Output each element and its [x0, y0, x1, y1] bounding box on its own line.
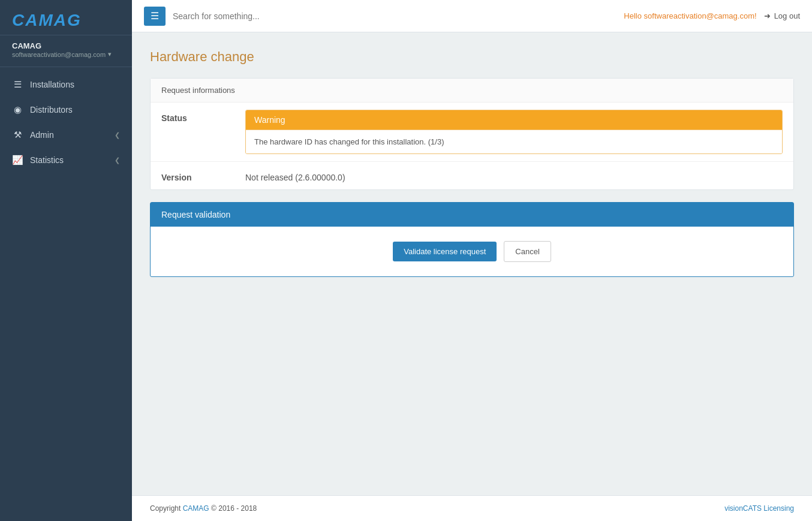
warning-box: Warning The hardware ID has changed for …: [245, 110, 783, 154]
validation-body: Validate license request Cancel: [151, 227, 793, 276]
sidebar-item-label: Admin: [30, 130, 54, 140]
request-validation-card: Request validation Validate license requ…: [150, 202, 794, 277]
sidebar-item-label: Distributors: [30, 105, 73, 115]
footer: Copyright CAMAG © 2016 - 2018 visionCATS…: [132, 495, 812, 521]
topbar-greeting: Hello softwareactivation@camag.com!: [624, 11, 756, 20]
logo-text: CAMAG: [12, 11, 82, 30]
distributors-icon: ◉: [12, 104, 23, 115]
chart-icon: 📈: [12, 155, 23, 165]
installations-icon: ☰: [12, 79, 23, 90]
hamburger-icon: ☰: [151, 10, 159, 22]
version-label: Version: [161, 169, 245, 182]
chevron-icon: ❮: [115, 156, 120, 164]
logout-button[interactable]: ➜ Log out: [764, 11, 800, 20]
status-row: Status Warning The hardware ID has chang…: [151, 103, 793, 162]
sidebar: CAMAG CAMAG softwareactivation@camag.com…: [0, 0, 132, 521]
sidebar-item-admin[interactable]: ⚒ Admin ❮: [0, 122, 132, 147]
warning-header: Warning: [246, 110, 782, 130]
sidebar-item-label: Statistics: [30, 155, 64, 165]
menu-toggle-button[interactable]: ☰: [144, 7, 166, 26]
validation-header: Request validation: [151, 203, 793, 227]
request-info-card: Request informations Status Warning The …: [150, 78, 794, 190]
sidebar-item-distributors[interactable]: ◉ Distributors: [0, 97, 132, 122]
warning-body: The hardware ID has changed for this ins…: [246, 130, 782, 153]
chevron-down-icon: ▾: [108, 50, 112, 58]
page-title: Hardware change: [150, 49, 794, 65]
wrench-icon: ⚒: [12, 130, 23, 140]
topbar: ☰ Hello softwareactivation@camag.com! ➜ …: [132, 0, 812, 32]
search-input[interactable]: [173, 11, 616, 21]
sidebar-nav: ☰ Installations ◉ Distributors ⚒ Admin ❮: [0, 67, 132, 521]
sidebar-user-name: CAMAG: [12, 41, 120, 50]
content-area: Hardware change Request informations Sta…: [132, 32, 812, 495]
chevron-icon: ❮: [115, 131, 120, 139]
version-value: Not released (2.6.00000.0): [245, 169, 345, 182]
status-label: Status: [161, 110, 245, 123]
version-row: Version Not released (2.6.00000.0): [151, 162, 793, 189]
footer-product: visionCATS Licensing: [724, 504, 794, 513]
sidebar-user-email[interactable]: softwareactivation@camag.com ▾: [12, 50, 120, 58]
footer-brand: CAMAG: [183, 504, 209, 513]
main-content: ☰ Hello softwareactivation@camag.com! ➜ …: [132, 0, 812, 521]
sidebar-item-statistics[interactable]: 📈 Statistics ❮: [0, 147, 132, 173]
request-info-title: Request informations: [151, 79, 793, 103]
cancel-button[interactable]: Cancel: [504, 241, 551, 262]
sidebar-item-label: Installations: [30, 80, 74, 89]
footer-copyright: Copyright CAMAG © 2016 - 2018: [150, 504, 257, 513]
sidebar-logo: CAMAG: [0, 0, 132, 35]
sidebar-user: CAMAG softwareactivation@camag.com ▾: [0, 35, 132, 67]
validate-license-button[interactable]: Validate license request: [393, 242, 497, 261]
logout-icon: ➜: [764, 11, 771, 20]
sidebar-item-installations[interactable]: ☰ Installations: [0, 72, 132, 97]
status-value: Warning The hardware ID has changed for …: [245, 110, 783, 154]
